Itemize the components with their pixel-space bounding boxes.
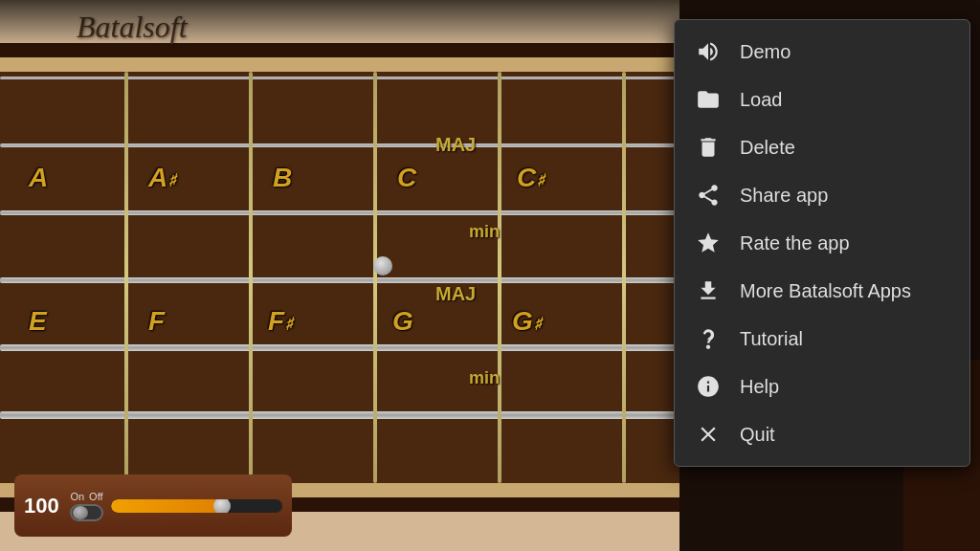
- note-gsharp: G♯: [512, 306, 542, 337]
- speaker-icon: [694, 37, 723, 66]
- menu-item-help[interactable]: Help: [675, 363, 969, 410]
- toggle-switch[interactable]: [70, 504, 103, 521]
- volume-slider-track[interactable]: [111, 499, 282, 513]
- close-icon: [694, 420, 723, 449]
- off-label: Off: [89, 491, 102, 502]
- frets-container: [0, 72, 679, 483]
- menu-item-help-label: Help: [740, 376, 779, 398]
- toggle-knob: [73, 506, 88, 519]
- folder-icon: [694, 85, 723, 114]
- on-label: On: [70, 491, 84, 502]
- fret-line: [498, 72, 501, 483]
- volume-display: 100: [24, 494, 62, 518]
- note-asharp: A♯: [148, 163, 176, 193]
- menu-item-delete-label: Delete: [740, 137, 795, 159]
- menu-item-demo-label: Demo: [740, 41, 791, 63]
- label-maj-top: MAJ: [435, 134, 476, 156]
- menu-item-tutorial-label: Tutorial: [740, 328, 803, 350]
- menu-item-load[interactable]: Load: [675, 76, 969, 123]
- menu-item-share[interactable]: Share app: [675, 171, 969, 219]
- fret-line: [622, 72, 626, 483]
- info-icon: [694, 372, 723, 401]
- fret-line: [373, 72, 377, 483]
- context-menu: Demo Load Delete Share app: [674, 19, 970, 467]
- volume-slider-container[interactable]: [111, 499, 282, 513]
- menu-item-rate[interactable]: Rate the app: [675, 219, 969, 267]
- on-off-toggle[interactable]: On Off: [70, 491, 103, 521]
- bottom-controls-panel: 100 On Off: [14, 474, 292, 537]
- fret-line: [249, 72, 253, 483]
- question-icon: [694, 324, 723, 353]
- menu-item-quit-label: Quit: [740, 424, 775, 446]
- dot-indicator: [373, 256, 392, 276]
- note-e: E: [29, 306, 47, 337]
- menu-item-more-label: More Batalsoft Apps: [740, 280, 911, 302]
- label-min-top: min: [469, 222, 500, 242]
- menu-item-tutorial[interactable]: Tutorial: [675, 315, 969, 363]
- star-icon: [694, 229, 723, 257]
- note-c: C: [397, 163, 416, 193]
- guitar-background: A A♯ B C C♯ MAJ min E F F♯ G G♯ MAJ min …: [0, 0, 679, 551]
- note-g: G: [392, 306, 413, 337]
- menu-item-rate-label: Rate the app: [740, 232, 850, 254]
- note-csharp: C♯: [517, 163, 545, 193]
- fret-line: [124, 72, 128, 483]
- trash-icon: [694, 133, 723, 162]
- download-icon: [694, 276, 723, 305]
- on-off-labels: On Off: [70, 491, 102, 502]
- note-b: B: [273, 163, 292, 193]
- note-f: F: [148, 306, 165, 337]
- dark-overlay: [0, 0, 679, 48]
- menu-item-quit[interactable]: Quit: [675, 410, 969, 458]
- volume-slider-thumb[interactable]: [213, 499, 231, 513]
- menu-item-load-label: Load: [740, 89, 783, 111]
- menu-item-more[interactable]: More Batalsoft Apps: [675, 267, 969, 315]
- share-icon: [694, 181, 723, 209]
- note-a: A: [29, 163, 48, 193]
- menu-item-delete[interactable]: Delete: [675, 123, 969, 171]
- fretboard: A A♯ B C C♯ MAJ min E F F♯ G G♯ MAJ min …: [0, 0, 679, 551]
- label-min-bottom: min: [469, 368, 500, 388]
- label-maj-bottom: MAJ: [435, 283, 476, 305]
- menu-item-demo[interactable]: Demo: [675, 28, 969, 76]
- note-fsharp: F♯: [268, 306, 293, 337]
- menu-item-share-label: Share app: [740, 185, 828, 207]
- volume-slider-fill: [111, 499, 222, 513]
